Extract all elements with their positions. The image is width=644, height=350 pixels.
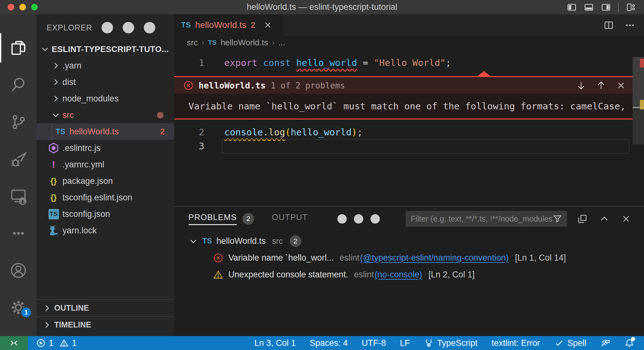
tree-folder-dist[interactable]: dist bbox=[36, 74, 174, 90]
code-token: log bbox=[268, 127, 285, 138]
indent-guide bbox=[52, 123, 52, 140]
status-item-encoding[interactable]: UTF-8 bbox=[362, 338, 386, 348]
problem-rule-link[interactable]: (no-console) bbox=[375, 270, 422, 280]
project-root-row[interactable]: ESLINT-TYPESCRIPT-TUTO... bbox=[36, 41, 174, 57]
tree-file-helloworld-ts[interactable]: TShelloWorld.ts2 bbox=[36, 123, 174, 140]
code-line-3[interactable]: 3 bbox=[174, 139, 630, 153]
problems-filter bbox=[406, 211, 567, 227]
activity-item-accounts[interactable] bbox=[0, 258, 36, 283]
close-icon[interactable] bbox=[616, 80, 626, 91]
status-item-indentation[interactable]: Spaces: 4 bbox=[310, 338, 348, 348]
code-text: console.log(hello_world); bbox=[224, 127, 363, 138]
toggle-panel-icon[interactable] bbox=[584, 2, 594, 12]
zoom-window-button[interactable] bbox=[31, 4, 38, 10]
tree-file--yarnrc-yml[interactable]: !.yarnrc.yml bbox=[36, 156, 174, 173]
tree-folder-src[interactable]: src bbox=[36, 107, 174, 123]
group-by-icon[interactable] bbox=[577, 214, 588, 224]
activity-item-search[interactable] bbox=[0, 72, 36, 98]
arrow-down-icon[interactable] bbox=[576, 80, 586, 91]
problem-row-warning[interactable]: Unexpected console statement.eslint(no-c… bbox=[174, 266, 644, 283]
error-icon bbox=[213, 253, 223, 263]
problem-rule-link[interactable]: (@typescript-eslint/naming-convention) bbox=[360, 253, 509, 263]
status-problems[interactable]: 1 1 bbox=[36, 338, 77, 348]
scrollbar-slider[interactable] bbox=[633, 108, 644, 144]
tree-file-tsconfig-json[interactable]: TStsconfig.json bbox=[36, 206, 174, 222]
status-item-language-mode[interactable]: TypeScript bbox=[424, 338, 478, 348]
status-item-notifications[interactable] bbox=[624, 338, 634, 348]
status-item-label: textlint: Error bbox=[492, 338, 540, 348]
problem-message: Unexpected console statement. bbox=[229, 270, 348, 280]
problem-message: Variable name `hello_worl... bbox=[229, 253, 334, 263]
arrow-up-icon[interactable] bbox=[596, 80, 606, 91]
problems-file-group-row[interactable]: TS helloWorld.ts src 2 bbox=[174, 233, 644, 250]
chevron-right-icon bbox=[42, 320, 52, 330]
tab-helloworld[interactable]: TS helloWorld.ts 2 bbox=[174, 14, 284, 36]
problems-count-badge: 2 bbox=[242, 213, 254, 225]
tree-file--eslintrc-js[interactable]: .eslintrc.js bbox=[36, 140, 174, 156]
tree-file-package-json[interactable]: {}package.json bbox=[36, 173, 174, 189]
minimize-window-button[interactable] bbox=[19, 4, 26, 10]
tree-folder--yarn[interactable]: .yarn bbox=[36, 57, 174, 74]
tab-output[interactable]: OUTPUT bbox=[272, 212, 308, 225]
customize-layout-icon[interactable] bbox=[626, 2, 636, 12]
warning-icon bbox=[59, 338, 69, 348]
files-icon bbox=[9, 39, 28, 57]
editor-actions-icon[interactable] bbox=[625, 20, 635, 30]
peek-message[interactable]: Variable name `hello_world` must match o… bbox=[174, 94, 644, 119]
tab-label: OUTPUT bbox=[272, 212, 308, 225]
remote-indicator[interactable] bbox=[0, 336, 28, 350]
split-editor-icon[interactable] bbox=[603, 20, 614, 30]
toggle-primary-sidebar-icon[interactable] bbox=[567, 2, 577, 12]
chevron-right-icon bbox=[51, 94, 61, 103]
activity-item-source-control[interactable] bbox=[0, 109, 36, 135]
chevron-right-icon bbox=[51, 77, 61, 87]
activity-item-settings[interactable]: 1 bbox=[0, 295, 36, 320]
filter-icon[interactable] bbox=[552, 214, 563, 224]
warning-count: 1 bbox=[72, 338, 77, 348]
breadcrumb-symbol[interactable]: ... bbox=[278, 38, 285, 48]
activity-item-explorer[interactable] bbox=[0, 35, 36, 61]
tab-problems[interactable]: PROBLEMS 2 bbox=[189, 212, 254, 225]
code-editor[interactable]: 1export const hello_world = "Hello World… bbox=[174, 49, 644, 206]
group-file-path: src bbox=[272, 237, 283, 246]
folder-label: src bbox=[62, 110, 74, 120]
code-line-1[interactable]: 1export const hello_world = "Hello World… bbox=[174, 56, 630, 70]
activity-item-remote-explorer[interactable] bbox=[0, 184, 36, 209]
warning-icon bbox=[213, 269, 223, 280]
breadcrumb-folder[interactable]: src bbox=[187, 38, 198, 48]
tree-file-yarn-lock[interactable]: yarn.lock bbox=[36, 222, 174, 239]
toggle-secondary-sidebar-icon[interactable] bbox=[601, 2, 611, 12]
code-line-2[interactable]: 2console.log(hello_world); bbox=[174, 125, 630, 139]
tree-file-tsconfig-eslint-json[interactable]: {}tsconfig.eslint.json bbox=[36, 189, 174, 206]
group-problem-count: 2 bbox=[290, 235, 301, 247]
account-icon bbox=[9, 261, 28, 280]
problem-row-error[interactable]: Variable name `hello_worl...eslint(@type… bbox=[174, 250, 644, 266]
maximize-panel-icon[interactable] bbox=[599, 214, 609, 224]
status-item-feedback[interactable] bbox=[600, 338, 610, 348]
status-item-spell[interactable]: Spell bbox=[554, 338, 586, 348]
activity-item-more[interactable] bbox=[0, 221, 36, 246]
modified-dot-badge bbox=[157, 112, 164, 119]
editor-group: TS helloWorld.ts 2 src › TS helloW bbox=[174, 14, 644, 336]
status-item-eol[interactable]: LF bbox=[400, 338, 410, 348]
filter-input[interactable] bbox=[411, 214, 552, 224]
close-tab-icon[interactable] bbox=[263, 20, 273, 30]
chevron-right-icon bbox=[42, 303, 52, 313]
sidebar-section-outline[interactable]: OUTLINE bbox=[36, 299, 174, 316]
close-window-button[interactable] bbox=[8, 4, 14, 10]
close-panel-icon[interactable] bbox=[621, 214, 631, 224]
tab-label: PROBLEMS bbox=[189, 212, 237, 225]
code-token: console bbox=[224, 127, 263, 138]
problem-peek-view: helloWorld.ts 1 of 2 problems Variable n… bbox=[174, 76, 644, 120]
chevron-right-icon: › bbox=[272, 38, 274, 47]
editor-scrollbar[interactable] bbox=[633, 49, 644, 206]
status-item-textlint[interactable]: textlint: Error bbox=[492, 338, 540, 348]
breadcrumb-file[interactable]: helloWorld.ts bbox=[221, 38, 268, 48]
activity-item-run-debug[interactable] bbox=[0, 146, 36, 172]
code-token: const bbox=[263, 57, 291, 68]
sidebar-section-timeline[interactable]: TIMELINE bbox=[36, 316, 174, 333]
file-label: package.json bbox=[62, 176, 113, 186]
tree-folder-node-modules[interactable]: node_modules bbox=[36, 90, 174, 107]
run-debug-icon bbox=[9, 150, 28, 168]
status-item-cursor-position[interactable]: Ln 3, Col 1 bbox=[254, 338, 296, 348]
